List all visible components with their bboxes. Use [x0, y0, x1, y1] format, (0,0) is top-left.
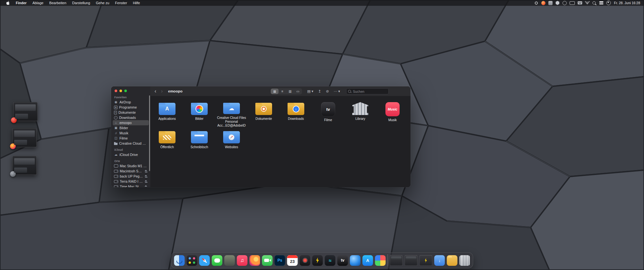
downloads-stack-dock-icon[interactable]: ↓ [434, 255, 445, 266]
control-center-icon[interactable] [599, 1, 603, 5]
minimized-window-3[interactable] [12, 156, 37, 175]
gallery-view-button[interactable]: ▭ [294, 89, 302, 94]
sidebar-item[interactable]: ⌂ emoopo [113, 120, 149, 125]
file-label: Schreibtisch [191, 145, 208, 149]
menu-item[interactable]: Finder [13, 0, 30, 6]
record-app-dock-icon[interactable] [300, 255, 310, 266]
wifi-icon[interactable] [585, 1, 590, 5]
finder-dock-icon[interactable] [174, 255, 185, 266]
minimized-window-2[interactable] [12, 128, 37, 147]
apple-tv-dock-icon[interactable]: tv [337, 255, 348, 266]
user-menu-icon[interactable] [606, 1, 611, 5]
search-field[interactable] [346, 88, 389, 94]
facetime-dock-icon[interactable] [262, 255, 273, 266]
mosaic-app-dock-icon[interactable] [375, 255, 386, 266]
folder-badge-icon [229, 134, 234, 140]
sidebar-item[interactable]: ☁ iCloud Drive [113, 152, 149, 157]
menu-bar: FinderAblageBearbeitenDarstellungGehe zu… [0, 0, 644, 6]
minimized-window-dock-1[interactable] [390, 255, 403, 266]
spotlight-icon[interactable] [592, 1, 596, 5]
group-button[interactable]: ▤ ▾ [307, 89, 313, 93]
status-ring-icon[interactable] [534, 1, 538, 5]
keyboard-icon[interactable] [578, 1, 582, 5]
menu-item[interactable]: Darstellung [69, 0, 93, 6]
sidebar-item[interactable]: Macintosh SSD 3... [113, 169, 149, 174]
file-item[interactable]: Music Musik [376, 99, 409, 128]
file-item[interactable]: ↓ Downloads [280, 99, 312, 128]
file-item[interactable]: Library [344, 99, 376, 128]
window-title: emoopo [168, 86, 183, 96]
back-button[interactable]: ‹ [153, 86, 158, 96]
settings-hexagon-icon[interactable] [555, 1, 560, 5]
audio-app-dock-icon[interactable]: ≈ [325, 255, 336, 266]
minimized-window-1[interactable] [13, 102, 38, 121]
calendar-dock-icon[interactable]: 23 [287, 255, 298, 266]
trash-dock-icon[interactable] [459, 255, 470, 266]
sidebar-scrollbar[interactable] [149, 95, 150, 171]
share-button[interactable]: ↥ [318, 89, 321, 93]
eject-icon[interactable] [145, 180, 147, 183]
sidebar-item[interactable]: Creative Cloud Files... [113, 141, 149, 146]
sidebar-item[interactable]: ≡ Dokumente [113, 110, 149, 115]
sidebar-item[interactable]: Terra RAID I 4TB [113, 179, 149, 184]
lightning-app-dock-icon[interactable] [312, 255, 323, 266]
menu-item[interactable]: Ablage [30, 0, 46, 6]
photoshop-dock-icon[interactable]: Ps [275, 255, 285, 266]
display-icon[interactable] [570, 1, 575, 5]
eject-icon[interactable] [145, 175, 147, 178]
sidebar-item[interactable]: ↓ Downloads [113, 115, 149, 120]
status-app-icon[interactable] [548, 1, 553, 5]
sidebar-item[interactable]: ◉ AirDrop [113, 100, 149, 105]
sidebar-item[interactable]: back UP Pegasus [113, 174, 149, 179]
file-item[interactable]: Bilder [183, 99, 215, 128]
file-item[interactable]: tv Filme [312, 99, 344, 128]
list-view-button[interactable]: ≡ [279, 89, 286, 94]
sidebar-item[interactable]: A Programme [113, 105, 149, 110]
icon-view-button[interactable]: ▦ [271, 89, 279, 94]
sidebar-item[interactable]: ▣ Bilder [113, 125, 149, 130]
status-circle-icon[interactable] [563, 1, 567, 5]
menu-item[interactable]: Gehe zu [93, 0, 112, 6]
column-view-button[interactable]: ▥ [286, 89, 294, 94]
folder-stack-dock-icon[interactable] [447, 255, 458, 266]
sidebar-item[interactable]: Mac Studio M1 Max [113, 163, 149, 169]
minimized-window-dock-2[interactable] [405, 255, 418, 266]
minimize-button[interactable] [119, 90, 122, 92]
folder-icon: tv [321, 102, 335, 116]
menu-list: FinderAblageBearbeitenDarstellungGehe zu… [13, 0, 143, 6]
apple-menu-icon[interactable] [4, 1, 12, 5]
app-store-dock-icon[interactable]: A [363, 255, 373, 266]
menu-bar-right: Fr. 28. Juni 16:28 [534, 0, 644, 6]
file-item[interactable]: Websites [215, 128, 248, 156]
minimized-window-dock-3[interactable] [420, 255, 432, 266]
close-button[interactable] [115, 90, 117, 92]
forward-button[interactable]: › [159, 86, 164, 96]
launchpad-dock-icon[interactable] [187, 255, 197, 266]
file-item[interactable]: A Applications [151, 99, 183, 128]
file-item[interactable]: Schreibtisch [183, 128, 215, 156]
app-badge-icon [11, 117, 17, 123]
file-item[interactable]: Dokumente [248, 99, 280, 128]
menubar-clock[interactable]: Fr. 28. Juni 16:28 [614, 1, 640, 5]
messages-dock-icon[interactable] [212, 255, 223, 266]
menu-item[interactable]: Hilfe [130, 0, 143, 6]
menu-item[interactable]: Bearbeiten [46, 0, 69, 6]
globe-app-dock-icon[interactable] [350, 255, 361, 266]
sidebar-item[interactable]: Time Mac Stu... [113, 184, 149, 187]
search-input[interactable] [352, 89, 387, 94]
music-dock-icon[interactable]: ♫ [237, 255, 248, 266]
file-item[interactable]: ☁ Creative Cloud Files Personal Acc...ED… [215, 99, 248, 128]
firefox-dock-icon[interactable] [250, 255, 260, 266]
more-button[interactable]: ⋯ ▾ [334, 89, 340, 93]
eject-icon[interactable] [145, 170, 147, 173]
sidebar-item[interactable]: ♫ Musik [113, 130, 149, 136]
file-item[interactable]: Öffentlich [151, 128, 183, 156]
sidebar-item[interactable]: ◫ Filme [113, 136, 149, 141]
menu-item[interactable]: Fenster [112, 0, 130, 6]
safari-dock-icon[interactable] [199, 255, 210, 266]
creative-cloud-icon[interactable] [541, 1, 545, 5]
eject-icon[interactable] [145, 185, 147, 188]
app-dock-icon-green[interactable] [224, 255, 235, 266]
tags-button[interactable]: ⊘ [326, 89, 329, 93]
zoom-button[interactable] [124, 90, 127, 92]
